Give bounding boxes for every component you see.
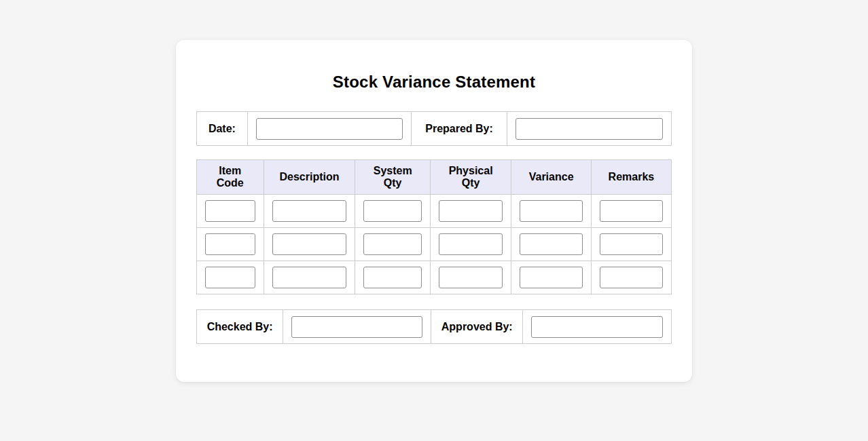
item-code-input[interactable]	[205, 233, 255, 255]
column-header-description: Description	[264, 160, 355, 195]
checked-by-cell	[283, 310, 431, 344]
column-header-variance: Variance	[511, 160, 591, 195]
prepared-by-input[interactable]	[516, 118, 663, 140]
remarks-input[interactable]	[600, 267, 663, 288]
form-title: Stock Variance Statement	[196, 73, 672, 92]
variance-input[interactable]	[520, 233, 582, 255]
approved-by-label: Approved By:	[431, 310, 523, 344]
description-input[interactable]	[272, 267, 347, 288]
description-input[interactable]	[272, 200, 347, 222]
table-row	[197, 195, 672, 228]
system-qty-input[interactable]	[363, 233, 421, 255]
header-row: Item Code Description System Qty Physica…	[197, 160, 672, 195]
table-row	[197, 261, 672, 294]
meta-table: Date: Prepared By:	[196, 111, 672, 146]
column-header-system-qty: System Qty	[355, 160, 430, 195]
variance-table: Item Code Description System Qty Physica…	[196, 159, 672, 294]
column-header-physical-qty: Physical Qty	[430, 160, 511, 195]
approved-by-cell	[523, 310, 672, 344]
table-row	[197, 228, 672, 261]
prepared-by-cell	[507, 112, 672, 146]
physical-qty-input[interactable]	[439, 267, 503, 288]
date-label: Date:	[197, 112, 248, 146]
remarks-input[interactable]	[600, 200, 663, 222]
column-header-remarks: Remarks	[591, 160, 671, 195]
system-qty-input[interactable]	[363, 267, 421, 288]
variance-input[interactable]	[520, 267, 582, 288]
checked-by-input[interactable]	[291, 316, 422, 338]
item-code-input[interactable]	[205, 200, 255, 222]
physical-qty-input[interactable]	[439, 233, 503, 255]
signoff-row: Checked By: Approved By:	[197, 310, 672, 344]
physical-qty-input[interactable]	[439, 200, 503, 222]
date-cell	[247, 112, 411, 146]
remarks-input[interactable]	[600, 233, 663, 255]
prepared-by-label: Prepared By:	[411, 112, 507, 146]
item-code-input[interactable]	[205, 267, 255, 288]
date-input[interactable]	[256, 118, 403, 140]
meta-row: Date: Prepared By:	[197, 112, 672, 146]
description-input[interactable]	[272, 233, 347, 255]
checked-by-label: Checked By:	[197, 310, 283, 344]
approved-by-input[interactable]	[531, 316, 663, 338]
form-card: Stock Variance Statement Date: Prepared …	[176, 40, 692, 382]
variance-input[interactable]	[520, 200, 582, 222]
signoff-table: Checked By: Approved By:	[196, 309, 672, 344]
system-qty-input[interactable]	[363, 200, 421, 222]
column-header-item-code: Item Code	[197, 160, 264, 195]
